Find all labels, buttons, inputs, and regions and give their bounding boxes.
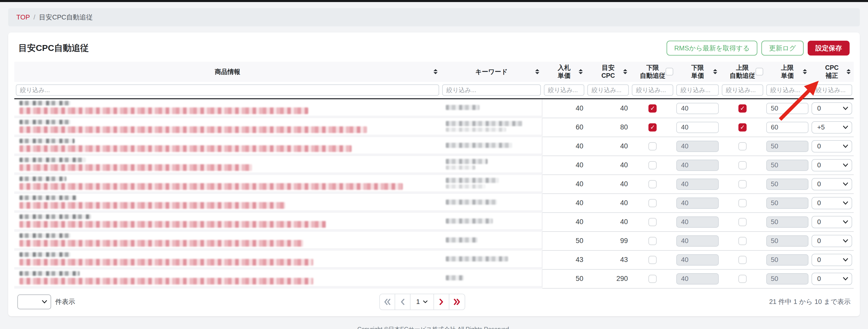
upper-price-cell xyxy=(765,175,810,194)
upper-auto-follow-checkbox[interactable] xyxy=(738,142,747,150)
cpc-correction-select[interactable]: 0 xyxy=(811,273,852,285)
filter-input-product-info[interactable] xyxy=(16,84,439,96)
page-size-select[interactable] xyxy=(18,295,51,309)
lower-price-input[interactable] xyxy=(676,122,718,133)
page-number-select[interactable]: 1 xyxy=(410,294,434,309)
product-info-cell[interactable] xyxy=(14,137,441,156)
filter-input-upper-auto-follow[interactable] xyxy=(722,84,763,96)
product-info-cell[interactable] xyxy=(14,251,441,270)
filter-input-target-cpc[interactable] xyxy=(587,84,629,96)
upper-auto-follow-checkbox[interactable] xyxy=(738,256,747,264)
lower-auto-follow-checkbox[interactable] xyxy=(648,161,657,169)
filter-input-upper-price[interactable] xyxy=(766,84,808,96)
upper-auto-follow-checkbox[interactable] xyxy=(738,161,747,169)
last-page-button[interactable] xyxy=(450,294,465,309)
first-page-button[interactable] xyxy=(380,294,395,309)
sort-icon[interactable] xyxy=(846,69,850,74)
select-all-checkbox[interactable] xyxy=(755,68,763,76)
pagination: 1 xyxy=(379,294,465,310)
upper-price-input[interactable] xyxy=(766,103,808,114)
sort-icon[interactable] xyxy=(579,69,583,74)
product-info-cell[interactable] xyxy=(14,99,441,118)
breadcrumb-top-link[interactable]: TOP xyxy=(17,13,30,21)
filter-input-lower-price[interactable] xyxy=(676,84,718,96)
redacted-keyword xyxy=(446,199,497,205)
product-info-cell[interactable] xyxy=(14,194,441,213)
cpc-correction-select[interactable]: 0 xyxy=(811,140,852,153)
redacted-product-name-link[interactable] xyxy=(20,202,285,209)
redacted-product-code xyxy=(20,233,70,238)
lower-auto-follow-checkbox[interactable] xyxy=(648,218,657,226)
lower-auto-follow-checkbox[interactable] xyxy=(648,180,657,188)
upper-price-input[interactable] xyxy=(766,122,808,133)
upper-auto-follow-checkbox[interactable]: ✓ xyxy=(738,104,747,113)
product-info-cell[interactable] xyxy=(14,156,441,175)
redacted-product-name-link[interactable] xyxy=(20,240,303,247)
lower-price-input[interactable] xyxy=(676,103,718,114)
redacted-keyword xyxy=(446,275,464,280)
upper-auto-follow-checkbox[interactable]: ✓ xyxy=(738,123,747,132)
filter-input-bid-price[interactable] xyxy=(544,84,585,96)
product-info-cell[interactable] xyxy=(14,118,441,137)
column-header-upper-auto-follow[interactable]: 上限自動追従 xyxy=(720,62,765,82)
lower-auto-follow-checkbox[interactable] xyxy=(648,237,657,245)
cpc-correction-select[interactable]: +5 xyxy=(811,121,852,134)
redacted-product-name-link[interactable] xyxy=(20,221,326,228)
lower-auto-follow-checkbox[interactable] xyxy=(648,199,657,207)
sort-icon[interactable] xyxy=(803,69,807,74)
redacted-product-code xyxy=(20,252,70,257)
lower-auto-follow-checkbox[interactable]: ✓ xyxy=(648,104,657,113)
cpc-correction-select[interactable]: 0 xyxy=(811,235,852,247)
lower-auto-follow-checkbox[interactable] xyxy=(648,256,657,264)
lower-auto-follow-checkbox[interactable] xyxy=(648,142,657,150)
column-header-upper-price[interactable]: 上限単価 xyxy=(765,62,810,82)
sort-icon[interactable] xyxy=(535,69,539,74)
select-all-checkbox[interactable] xyxy=(665,68,673,76)
cpc-correction-select[interactable]: 0 xyxy=(811,254,852,266)
cpc-correction-select[interactable]: 0 xyxy=(811,197,852,209)
sort-icon[interactable] xyxy=(433,69,438,74)
cpc-correction-select[interactable]: 0 xyxy=(811,178,852,190)
lower-auto-follow-checkbox[interactable]: ✓ xyxy=(648,123,657,132)
update-log-button[interactable]: 更新ログ xyxy=(762,41,804,56)
lower-auto-follow-checkbox[interactable] xyxy=(648,275,657,283)
product-info-cell[interactable] xyxy=(14,213,441,232)
redacted-product-name-link[interactable] xyxy=(20,278,313,284)
filter-input-keyword[interactable] xyxy=(442,84,540,96)
column-header-keyword[interactable]: キーワード xyxy=(441,62,542,82)
sort-icon[interactable] xyxy=(713,69,717,74)
upper-auto-follow-checkbox[interactable] xyxy=(738,199,747,207)
column-header-product-info[interactable]: 商品情報 xyxy=(14,62,441,82)
redacted-product-name-link[interactable] xyxy=(20,164,252,171)
redacted-product-name-link[interactable] xyxy=(20,107,308,114)
sort-icon[interactable] xyxy=(623,69,627,74)
redacted-keyword xyxy=(446,121,522,126)
column-header-cpc-correction[interactable]: CPC補正 xyxy=(810,62,854,82)
product-info-cell[interactable] xyxy=(14,270,441,289)
table-filter-row xyxy=(14,82,854,99)
redacted-product-name-link[interactable] xyxy=(20,183,403,190)
redacted-product-name-link[interactable] xyxy=(20,145,352,152)
column-header-lower-price[interactable]: 下限単価 xyxy=(675,62,720,82)
upper-auto-follow-checkbox[interactable] xyxy=(738,218,747,226)
upper-auto-follow-checkbox[interactable] xyxy=(738,237,747,245)
fetch-rms-button[interactable]: RMSから最新を取得する xyxy=(666,41,757,56)
cpc-correction-select[interactable]: 0 xyxy=(811,102,852,115)
next-page-button[interactable] xyxy=(434,294,450,309)
cpc-correction-select[interactable]: 0 xyxy=(811,216,852,228)
cpc-correction-select[interactable]: 0 xyxy=(811,159,852,171)
save-settings-button[interactable]: 設定保存 xyxy=(808,41,849,56)
upper-auto-follow-checkbox[interactable] xyxy=(738,275,747,283)
product-info-cell[interactable] xyxy=(14,175,441,194)
chevron-down-icon xyxy=(843,163,848,167)
column-header-bid-price[interactable]: 入札単価 xyxy=(542,62,586,82)
prev-page-button[interactable] xyxy=(395,294,410,309)
column-header-target-cpc[interactable]: 目安CPC xyxy=(586,62,630,82)
redacted-product-name-link[interactable] xyxy=(20,127,367,133)
column-header-lower-auto-follow[interactable]: 下限自動追従 xyxy=(630,62,675,82)
redacted-product-name-link[interactable] xyxy=(20,259,313,266)
upper-auto-follow-checkbox[interactable] xyxy=(738,180,747,188)
filter-input-lower-auto-follow[interactable] xyxy=(632,84,673,96)
product-info-cell[interactable] xyxy=(14,232,441,251)
filter-input-cpc-correction[interactable] xyxy=(811,84,852,96)
